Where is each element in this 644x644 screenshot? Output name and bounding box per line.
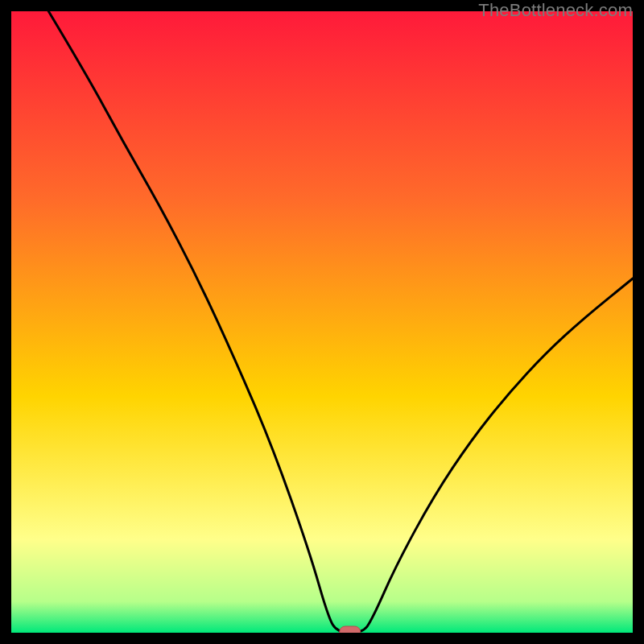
gradient-background [11,11,633,633]
watermark-text: TheBottleneck.com [478,0,633,21]
bottleneck-chart [11,11,633,633]
chart-frame [11,11,633,633]
optimal-marker [340,626,361,633]
